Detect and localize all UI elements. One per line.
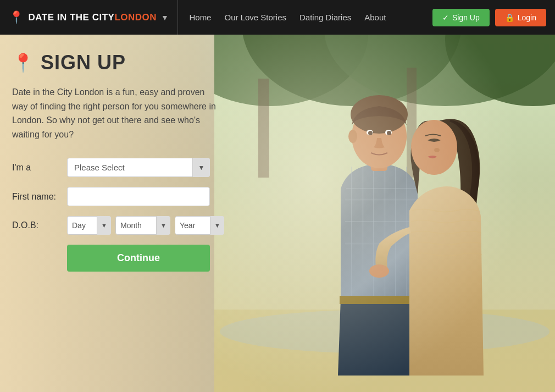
- firstname-label: First name:: [12, 192, 67, 202]
- continue-button[interactable]: Continue: [67, 245, 210, 272]
- heading-pin-icon: 📍: [12, 52, 34, 73]
- form-panel: 📍 SIGN UP Date in the City London is a f…: [12, 51, 248, 272]
- dob-day-select[interactable]: Day: [67, 216, 111, 235]
- signup-heading: 📍 SIGN UP: [12, 51, 248, 74]
- signup-description: Date in the City London is a fun, easy a…: [12, 85, 221, 141]
- dob-day-wrapper: Day ▼: [67, 216, 111, 235]
- page-title: SIGN UP: [41, 51, 126, 74]
- svg-rect-31: [214, 35, 555, 392]
- login-button[interactable]: 🔒 Login: [495, 9, 546, 26]
- nav-link-about[interactable]: About: [364, 13, 386, 22]
- dob-year-wrapper: Year ▼: [175, 216, 224, 235]
- nav-link-love-stories[interactable]: Our Love Stories: [224, 13, 286, 22]
- dob-month-wrapper: Month ▼: [115, 216, 170, 235]
- signup-check-icon: ✓: [442, 13, 449, 22]
- firstname-input[interactable]: [67, 187, 210, 206]
- signup-label: Sign Up: [452, 13, 480, 22]
- navbar: 📍 DATE IN THE CITY LONDON ▼ Home Our Lov…: [0, 0, 555, 35]
- dob-form-group: D.O.B: Day ▼ Month ▼ Year: [12, 216, 248, 235]
- login-label: Login: [518, 13, 536, 22]
- brand-chevron-icon[interactable]: ▼: [161, 13, 169, 22]
- brand-london-text: LONDON: [114, 12, 157, 23]
- nav-links: Home Our Love Stories Dating Diaries Abo…: [178, 13, 432, 22]
- gender-label: I'm a: [12, 163, 67, 173]
- brand-logo[interactable]: 📍 DATE IN THE CITY LONDON ▼: [9, 0, 178, 35]
- dob-year-select[interactable]: Year: [175, 216, 224, 235]
- gender-form-group: I'm a Please Select Man Woman ▼: [12, 158, 248, 177]
- brand-date-text: DATE IN THE CITY: [29, 12, 115, 23]
- couple-svg: [214, 35, 555, 392]
- gender-select[interactable]: Please Select Man Woman: [67, 158, 210, 177]
- login-lock-icon: 🔒: [505, 13, 514, 22]
- gender-select-wrapper: Please Select Man Woman ▼: [67, 158, 210, 177]
- dob-selects: Day ▼ Month ▼ Year ▼: [67, 216, 224, 235]
- signup-button[interactable]: ✓ Sign Up: [432, 9, 490, 26]
- dob-label: D.O.B:: [12, 220, 67, 230]
- dob-month-select[interactable]: Month: [115, 216, 170, 235]
- nav-link-dating-diaries[interactable]: Dating Diaries: [299, 13, 351, 22]
- firstname-form-group: First name:: [12, 187, 248, 206]
- brand-pin-icon: 📍: [9, 10, 24, 25]
- hero-section: 📍 SIGN UP Date in the City London is a f…: [0, 35, 555, 392]
- nav-link-home[interactable]: Home: [189, 13, 211, 22]
- couple-image: [214, 35, 555, 392]
- nav-actions: ✓ Sign Up 🔒 Login: [432, 9, 546, 26]
